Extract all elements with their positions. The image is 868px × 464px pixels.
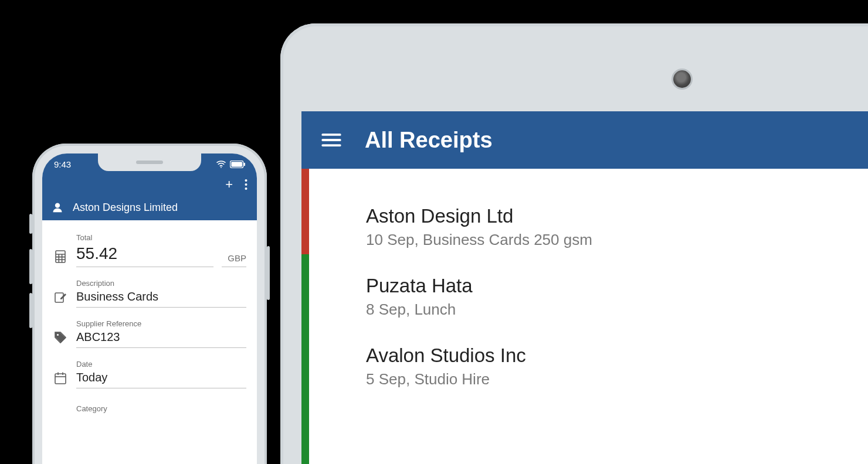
receipt-name: Puzata Hata <box>366 275 473 297</box>
app-bar: All Receipts <box>301 111 868 169</box>
field-total: Total 55.42 GBP <box>53 225 246 271</box>
phone-mute-switch <box>29 214 32 234</box>
receipts-list: Aston Design Ltd 10 Sep, Business Cards … <box>301 169 868 401</box>
page-title: All Receipts <box>365 128 493 153</box>
edit-icon <box>53 290 68 308</box>
supplier-ref-input[interactable]: ABC123 <box>76 329 246 348</box>
user-icon <box>52 202 63 213</box>
action-bar: + <box>42 175 257 195</box>
svg-point-7 <box>55 203 60 208</box>
date-input[interactable]: Today <box>76 370 246 388</box>
svg-rect-16 <box>55 374 66 384</box>
description-input[interactable]: Business Cards <box>76 289 246 308</box>
phone-volume-up <box>29 249 32 284</box>
description-label: Description <box>76 279 246 288</box>
title-bar: Aston Designs Limited <box>42 195 257 220</box>
field-date: Date Today <box>53 352 246 392</box>
status-color-strip <box>301 169 309 464</box>
wifi-icon <box>216 160 226 168</box>
svg-point-4 <box>245 179 247 182</box>
field-supplier-ref: Supplier Reference ABC123 <box>53 311 246 352</box>
receipt-subtitle: 8 Sep, Lunch <box>366 301 473 319</box>
tablet-device-frame: All Receipts Aston Design Ltd 10 Sep, Bu… <box>280 23 868 464</box>
svg-rect-3 <box>231 162 242 166</box>
date-label: Date <box>76 360 246 369</box>
svg-point-0 <box>221 167 222 168</box>
tablet-screen: All Receipts Aston Design Ltd 10 Sep, Bu… <box>301 111 868 464</box>
tag-icon <box>53 330 68 348</box>
field-description: Description Business Cards <box>53 271 246 311</box>
hamburger-menu-icon[interactable] <box>321 132 341 148</box>
receipt-name: Aston Design Ltd <box>366 205 592 227</box>
receipt-subtitle: 10 Sep, Business Cards 250 gsm <box>366 231 592 249</box>
status-time: 9:43 <box>54 159 71 169</box>
currency-selector[interactable]: GBP <box>222 253 246 267</box>
calculator-icon <box>53 250 68 267</box>
total-label: Total <box>76 233 213 242</box>
overflow-menu-icon[interactable] <box>245 179 247 190</box>
company-name: Aston Designs Limited <box>73 202 178 214</box>
receipt-row[interactable]: Avalon Studios Inc 5 Sep, Studio Hire £7… <box>366 332 868 401</box>
phone-screen: 9:43 + <box>42 153 257 464</box>
phone-volume-down <box>29 293 32 328</box>
field-category: x Category <box>53 392 246 418</box>
svg-rect-2 <box>244 162 245 166</box>
status-green-segment <box>301 254 309 464</box>
calendar-icon <box>53 371 68 388</box>
status-red-segment <box>301 169 309 254</box>
add-button[interactable]: + <box>225 178 233 191</box>
battery-icon <box>230 161 245 168</box>
tablet-camera <box>673 70 691 88</box>
phone-power-button <box>267 246 270 300</box>
svg-point-15 <box>57 334 59 336</box>
phone-device-frame: 9:43 + <box>32 144 267 464</box>
receipt-row[interactable]: Puzata Hata 8 Sep, Lunch £12.42 <box>366 262 868 332</box>
receipt-name: Avalon Studios Inc <box>366 344 526 367</box>
receipt-row[interactable]: Aston Design Ltd 10 Sep, Business Cards … <box>366 192 868 262</box>
supplier-ref-label: Supplier Reference <box>76 319 246 328</box>
receipt-subtitle: 5 Sep, Studio Hire <box>366 370 526 388</box>
total-input[interactable]: 55.42 <box>76 243 213 267</box>
receipt-form: Total 55.42 GBP Description Business Car… <box>42 220 257 418</box>
svg-point-6 <box>245 187 247 190</box>
phone-notch <box>98 153 201 171</box>
category-label: Category <box>76 404 246 413</box>
svg-point-5 <box>245 183 247 186</box>
